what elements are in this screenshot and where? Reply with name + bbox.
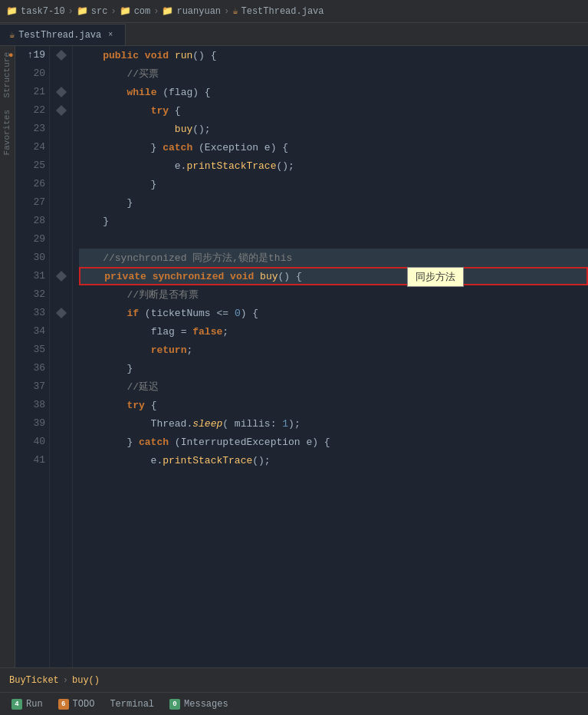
line-number-30: 30 [19, 249, 45, 267]
breadcrumb-bottom: BuyTicket › buy() [9, 675, 100, 686]
toolbar-btn-terminal[interactable]: Terminal [102, 694, 162, 715]
arrow-icon: ↑ [28, 46, 34, 64]
code-line: } [79, 193, 588, 212]
line-number-41: 41 [19, 451, 45, 470]
code-line: } catch (InterruptedException e) { [79, 433, 588, 451]
gutter-item [50, 157, 72, 175]
toolbar-btn-todo[interactable]: 6TODO [51, 694, 103, 715]
code-line: } [79, 359, 588, 377]
todo-icon: 6 [58, 699, 69, 710]
toolbar-btn-label-terminal: Terminal [110, 699, 154, 710]
line-number-40: 40 [19, 433, 45, 451]
code-line: return; [79, 341, 588, 359]
gutter-item [50, 64, 72, 83]
tooltip-box: 同步方法 [407, 267, 464, 287]
fold-marker-icon [55, 308, 66, 318]
code-line: try { [79, 101, 588, 120]
gutter [50, 46, 73, 667]
tab-bar: ☕ TestThread.java × [0, 23, 588, 46]
gutter-item [50, 396, 72, 414]
status-method: buy() [72, 675, 100, 686]
gutter-item [50, 451, 72, 470]
run-icon: 4 [11, 699, 22, 710]
line-number-31: 31 [19, 267, 45, 285]
debug-marker-icon: ● [8, 46, 14, 64]
code-line: buy(); [79, 120, 588, 138]
line-number-20: 20 [19, 64, 45, 83]
file-tab[interactable]: ☕ TestThread.java × [0, 24, 126, 45]
tab-label: TestThread.java [18, 30, 101, 41]
code-line: try { [79, 396, 588, 414]
gutter-item [50, 377, 72, 396]
folder-icon: 📁 [6, 5, 18, 17]
gutter-item [50, 304, 72, 322]
line-number-22: 22 [19, 101, 45, 120]
gutter-item [50, 249, 72, 267]
com-icon: 📁 [120, 5, 131, 17]
fold-marker-icon [55, 87, 66, 97]
gutter-item [50, 359, 72, 377]
fold-marker-icon [55, 50, 66, 61]
line-number-34: 34 [19, 322, 45, 341]
line-number-24: 24 [19, 138, 45, 157]
line-number-21: 21 [19, 83, 45, 101]
code-line: } catch (Exception e) { [79, 138, 588, 157]
gutter-item [50, 46, 72, 64]
tab-close-button[interactable]: × [105, 30, 116, 41]
code-line: public void run() { [79, 46, 588, 64]
code-line: //判断是否有票 [79, 285, 588, 304]
line-number-19: ●↑19 [19, 46, 45, 64]
gutter-item [50, 193, 72, 212]
line-number-36: 36 [19, 359, 45, 377]
line-number-33: 33 [19, 304, 45, 322]
code-content: public void run() { //买票 while (flag) { … [73, 46, 588, 667]
toolbar-btn-label-todo: TODO [73, 699, 95, 710]
title-bar: 📁 task7-10 › 📁 src › 📁 com › 📁 ruanyuan … [0, 0, 588, 23]
code-line: //买票 [79, 64, 588, 83]
code-line [79, 230, 588, 249]
code-line: } [79, 212, 588, 230]
line-number-28: 28 [19, 212, 45, 230]
line-number-37: 37 [19, 377, 45, 396]
code-line: } [79, 175, 588, 193]
gutter-item [50, 341, 72, 359]
tab-java-icon: ☕ [9, 29, 15, 41]
line-number-23: 23 [19, 120, 45, 138]
java-icon: ☕ [232, 5, 238, 17]
toolbar-btn-label-run: Run [26, 699, 43, 710]
line-number-27: 27 [19, 193, 45, 212]
editor-area: Structure Favorites ●↑192021222324252627… [0, 46, 588, 667]
status-class: BuyTicket [9, 675, 59, 686]
favorites-tab[interactable]: Favorites [0, 104, 15, 161]
code-line: e.printStackTrace(); [79, 157, 588, 175]
gutter-item [50, 138, 72, 157]
src-icon: 📁 [77, 5, 88, 17]
line-number-26: 26 [19, 175, 45, 193]
gutter-item [50, 433, 72, 451]
gutter-item [50, 101, 72, 120]
vertical-tabs: Structure Favorites [0, 46, 15, 667]
gutter-item [50, 322, 72, 341]
gutter-item [50, 267, 72, 285]
code-line: Thread.sleep( millis: 1); [79, 414, 588, 433]
status-bar: BuyTicket › buy() [0, 667, 588, 692]
toolbar-btn-label-messages: Messages [184, 699, 228, 710]
line-numbers: ●↑19202122232425262728293031323334353637… [15, 46, 50, 667]
line-number-32: 32 [19, 285, 45, 304]
gutter-item [50, 120, 72, 138]
toolbar-btn-messages[interactable]: 0Messages [162, 694, 236, 715]
gutter-item [50, 414, 72, 433]
gutter-item [50, 212, 72, 230]
gutter-item [50, 175, 72, 193]
line-number-39: 39 [19, 414, 45, 433]
fold-marker-icon [55, 105, 66, 116]
toolbar-btn-run[interactable]: 4Run [4, 694, 51, 715]
gutter-item [50, 83, 72, 101]
code-line: if (ticketNums <= 0) { [79, 304, 588, 322]
messages-icon: 0 [169, 699, 180, 710]
line-number-38: 38 [19, 396, 45, 414]
line-number-29: 29 [19, 230, 45, 249]
code-line: flag = false; [79, 322, 588, 341]
code-line: //延迟 [79, 377, 588, 396]
gutter-item [50, 285, 72, 304]
